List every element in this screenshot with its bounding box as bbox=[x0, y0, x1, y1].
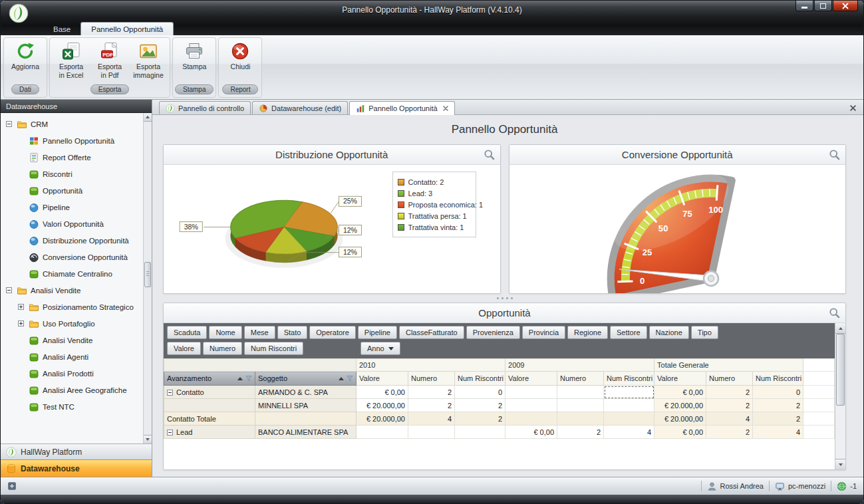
tree-item-posizionamento-strategico[interactable]: Posizionamento Strategico bbox=[1, 299, 143, 315]
filter-icon[interactable] bbox=[245, 375, 252, 382]
pivot-measure-header[interactable]: Numero bbox=[408, 372, 455, 386]
tree-item-valori-opportunit[interactable]: Valori Opportunità bbox=[1, 215, 143, 232]
filter-field-provincia[interactable]: Provincia bbox=[522, 326, 565, 339]
tree-item-opportunit[interactable]: Opportunità bbox=[1, 182, 143, 199]
pivot-cell[interactable]: 2 bbox=[706, 426, 753, 439]
statusbar-menu-icon[interactable] bbox=[7, 481, 17, 491]
filter-icon[interactable] bbox=[347, 375, 353, 382]
tree-item-conversione-opportunit[interactable]: Conversione Opportunità bbox=[1, 249, 143, 265]
pivot-cell[interactable] bbox=[455, 426, 505, 439]
pivot-row-header[interactable] bbox=[164, 399, 255, 412]
pivot-cell[interactable] bbox=[604, 412, 654, 426]
expand-icon[interactable] bbox=[18, 320, 27, 326]
tree-item-pannello-opportunit[interactable]: Pannello Opportunità bbox=[1, 132, 143, 149]
pivot-cell[interactable]: 2 bbox=[753, 399, 803, 412]
filter-field-mese[interactable]: Mese bbox=[244, 326, 275, 339]
pivot-measure-header[interactable]: Num Riscontri bbox=[753, 372, 803, 386]
tree-item-analisi-aree-geografiche[interactable]: Analisi Aree Geografiche bbox=[1, 382, 143, 398]
pivot-cell[interactable]: € 0,00 bbox=[654, 386, 706, 399]
pivot-cell[interactable]: € 0,00 bbox=[654, 426, 706, 439]
pivot-cell[interactable]: € 0,00 bbox=[357, 386, 408, 399]
pivot-row-header[interactable]: Contatto Totale bbox=[164, 412, 255, 426]
pivot-cell[interactable]: 0 bbox=[753, 386, 803, 399]
filter-field-settore[interactable]: Settore bbox=[610, 326, 647, 339]
esporta-pdf-button[interactable]: PDF Esporta in Pdf bbox=[90, 39, 129, 84]
pivot-row-field-avanzamento[interactable]: Avanzamento bbox=[164, 372, 255, 386]
ribbon-tab-base[interactable]: Base bbox=[43, 23, 80, 35]
scrollbar-thumb[interactable] bbox=[144, 262, 151, 287]
collapse-icon[interactable] bbox=[167, 390, 173, 396]
pivot-column-group-totale-generale[interactable]: Totale Generale bbox=[654, 359, 803, 372]
collapse-icon[interactable] bbox=[6, 121, 15, 127]
pivot-cell[interactable]: 4 bbox=[408, 412, 455, 426]
aggiorna-button[interactable]: Aggiorna bbox=[6, 39, 45, 84]
sort-asc-icon[interactable] bbox=[237, 377, 243, 380]
esporta-excel-button[interactable]: Esporta in Excel bbox=[52, 39, 90, 84]
nav-hallway-platform[interactable]: HallWay Platform bbox=[1, 443, 152, 459]
pivot-row-field-soggetto[interactable]: Soggetto bbox=[255, 372, 357, 386]
pivot-cell[interactable]: € 20.000,00 bbox=[654, 412, 706, 426]
pivot-row-header[interactable]: Contatto bbox=[164, 386, 255, 399]
pivot-measure-header[interactable]: Valore bbox=[505, 372, 557, 386]
pivot-cell[interactable]: 4 bbox=[604, 426, 654, 439]
pivot-cell[interactable]: € 20.000,00 bbox=[654, 399, 706, 412]
collapse-icon[interactable] bbox=[167, 430, 173, 436]
filter-field-pipeline[interactable]: Pipeline bbox=[358, 326, 397, 339]
pivot-cell[interactable] bbox=[505, 412, 557, 426]
close-button[interactable] bbox=[833, 1, 858, 11]
filter-field-stato[interactable]: Stato bbox=[277, 326, 308, 339]
stampa-button[interactable]: Stampa bbox=[175, 39, 214, 84]
tab-datawarehouse-edit[interactable]: Datawarehouse (edit) bbox=[252, 101, 348, 114]
tree-item-uso-portafoglio[interactable]: Uso Portafoglio bbox=[1, 315, 143, 332]
pivot-row-header[interactable]: Lead bbox=[164, 426, 255, 439]
sidebar-scrollbar[interactable] bbox=[143, 113, 152, 443]
zoom-button[interactable] bbox=[829, 307, 840, 318]
filter-field-nazione[interactable]: Nazione bbox=[649, 326, 689, 339]
tab-close-icon[interactable] bbox=[443, 106, 448, 111]
filter-field-nome[interactable]: Nome bbox=[209, 326, 241, 339]
esporta-immagine-button[interactable]: Esporta immagine bbox=[129, 39, 168, 84]
pivot-row-header[interactable] bbox=[255, 412, 357, 426]
tab-pannello-opportunita[interactable]: Pannello Opportunità bbox=[349, 101, 454, 115]
tree-item-riscontri[interactable]: Riscontri bbox=[1, 166, 143, 182]
pivot-cell[interactable] bbox=[357, 426, 408, 439]
tree-item-distribuzione-opportunit[interactable]: Distribuzione Opportunità bbox=[1, 232, 143, 249]
data-field-valore[interactable]: Valore bbox=[167, 342, 201, 355]
pivot-cell[interactable]: 2 bbox=[455, 399, 505, 412]
pivot-cell[interactable]: 2 bbox=[706, 386, 753, 399]
pivot-scrollbar[interactable] bbox=[835, 323, 845, 469]
minimize-button[interactable] bbox=[795, 1, 813, 11]
pivot-cell[interactable]: € 0,00 bbox=[505, 426, 557, 439]
scrollbar-thumb[interactable] bbox=[836, 334, 845, 406]
collapse-icon[interactable] bbox=[6, 287, 15, 293]
filter-field-operatore[interactable]: Operatore bbox=[309, 326, 356, 339]
tree-item-analisi-agenti[interactable]: Analisi Agenti bbox=[1, 348, 143, 365]
data-field-num-riscontri[interactable]: Num Riscontri bbox=[244, 342, 303, 355]
ribbon-tab-pannello-opportunita[interactable]: Pannello Opportunità bbox=[80, 22, 174, 35]
pivot-measure-header[interactable]: Num Riscontri bbox=[455, 372, 505, 386]
pivot-cell[interactable] bbox=[604, 386, 654, 399]
pivot-cell[interactable] bbox=[557, 399, 604, 412]
pivot-cell[interactable] bbox=[604, 399, 654, 412]
tree-item-pipeline[interactable]: Pipeline bbox=[1, 199, 143, 215]
maximize-button[interactable] bbox=[814, 1, 832, 11]
pivot-row-header[interactable]: BANCO ALIMENTARE SPA bbox=[255, 426, 357, 439]
tree-item-analisi-vendite[interactable]: Analisi Vendite bbox=[1, 332, 143, 348]
pivot-cell[interactable] bbox=[557, 386, 604, 399]
zoom-button[interactable] bbox=[484, 149, 495, 160]
pivot-cell[interactable]: 2 bbox=[753, 412, 803, 426]
pivot-cell[interactable]: 0 bbox=[455, 386, 505, 399]
pivot-cell[interactable] bbox=[408, 426, 455, 439]
nav-datawarehouse[interactable]: Datawarehouse bbox=[1, 459, 152, 477]
data-field-numero[interactable]: Numero bbox=[203, 342, 242, 355]
pivot-cell[interactable]: 2 bbox=[408, 386, 455, 399]
filter-field-classefatturato[interactable]: ClasseFatturato bbox=[399, 326, 464, 339]
panel-splitter[interactable] bbox=[163, 294, 846, 303]
pivot-cell[interactable]: 2 bbox=[706, 399, 753, 412]
pivot-column-group-2009[interactable]: 2009 bbox=[505, 359, 654, 372]
pivot-cell[interactable]: 2 bbox=[557, 426, 604, 439]
pivot-row-header[interactable]: MINNELLI SPA bbox=[255, 399, 357, 412]
pivot-column-group-2010[interactable]: 2010 bbox=[357, 359, 505, 372]
pivot-measure-header[interactable]: Valore bbox=[654, 372, 706, 386]
tree-item-analisi-prodotti[interactable]: Analisi Prodotti bbox=[1, 365, 143, 382]
